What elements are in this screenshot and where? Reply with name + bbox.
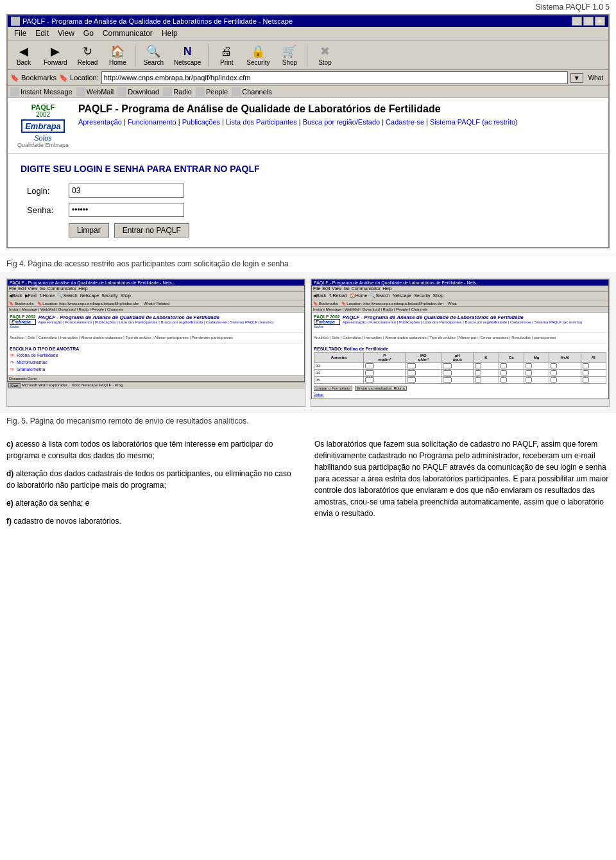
nav-funcionamento[interactable]: Funcionamento bbox=[128, 118, 176, 126]
taskbar-paqlf-left[interactable]: PAQLF - Prog bbox=[99, 383, 123, 388]
stop-button[interactable]: ✖ Stop bbox=[311, 42, 338, 67]
back-button[interactable]: ◀ Back bbox=[10, 42, 37, 67]
security-button[interactable]: 🔒 Security bbox=[243, 42, 273, 67]
cell-04-ph[interactable] bbox=[441, 370, 474, 377]
cell-05-hal[interactable] bbox=[549, 377, 581, 384]
print-button[interactable]: 🖨 Print bbox=[213, 42, 240, 67]
mini-reload-r[interactable]: ↻Reload bbox=[329, 293, 347, 298]
cell-05-k[interactable] bbox=[474, 377, 499, 384]
nav-lista[interactable]: Lista dos Participantes bbox=[226, 118, 297, 126]
mini-reload[interactable]: ↻Home bbox=[39, 293, 55, 298]
mini-netscape2[interactable]: Netscape bbox=[80, 293, 99, 298]
cell-05-al[interactable] bbox=[581, 377, 606, 384]
mini-home-r[interactable]: 🏠Home bbox=[350, 293, 368, 298]
address-input[interactable] bbox=[101, 71, 568, 84]
mini-help[interactable]: Help bbox=[78, 286, 87, 291]
menu-edit[interactable]: Edit bbox=[31, 28, 53, 39]
bookmark-download[interactable]: Download bbox=[117, 87, 159, 96]
home-button[interactable]: 🏠 Home bbox=[104, 42, 131, 67]
cell-03-k[interactable] bbox=[474, 363, 499, 370]
cell-05-ph[interactable] bbox=[441, 377, 474, 384]
cell-04-p[interactable] bbox=[363, 370, 406, 377]
senha-input[interactable] bbox=[69, 203, 184, 217]
mini-communicator-r[interactable]: Communicator bbox=[352, 286, 381, 291]
bookmark-radio[interactable]: Radio bbox=[163, 87, 192, 96]
mini-go-r[interactable]: Go bbox=[343, 286, 349, 291]
cell-03-hal[interactable] bbox=[549, 363, 581, 370]
mini-back-r[interactable]: ◀Back bbox=[313, 293, 327, 298]
cell-03-p[interactable] bbox=[363, 363, 406, 370]
cell-05-mo[interactable] bbox=[406, 377, 441, 384]
go-button[interactable]: ▼ bbox=[570, 73, 583, 83]
entrar-button[interactable]: Entrar no PAQLF bbox=[114, 223, 189, 237]
cell-03-ph[interactable] bbox=[441, 363, 474, 370]
shop-button[interactable]: 🛒 Shop bbox=[276, 42, 303, 67]
mini-file[interactable]: File bbox=[9, 286, 16, 291]
forward-button[interactable]: ▶ Forward bbox=[40, 42, 71, 67]
taskbar-word-left[interactable]: Microsoft Word bbox=[22, 383, 47, 388]
mini-enviar-btn[interactable]: Enviar os resultados: Rotina bbox=[355, 386, 407, 391]
netscape-button[interactable]: N Netscape bbox=[170, 42, 205, 67]
titlebar-controls[interactable]: _ □ ✕ bbox=[572, 17, 605, 26]
mini-go[interactable]: Go bbox=[39, 286, 45, 291]
maximize-button[interactable]: □ bbox=[583, 17, 594, 26]
mini-communicator[interactable]: Communicator bbox=[47, 286, 77, 291]
search-button[interactable]: 🔍 Search bbox=[139, 42, 167, 67]
mini-view[interactable]: View bbox=[28, 286, 37, 291]
cell-04-hal[interactable] bbox=[549, 370, 581, 377]
cell-03-al[interactable] bbox=[581, 363, 606, 370]
cell-04-mo[interactable] bbox=[406, 370, 441, 377]
mini-netscape-r[interactable]: Netscape bbox=[393, 293, 412, 298]
cell-05-mg[interactable] bbox=[524, 377, 549, 384]
cell-03-mo[interactable] bbox=[406, 363, 441, 370]
mini-granulo[interactable]: ⇒ Granulometria bbox=[10, 366, 302, 372]
mini-voltar-link[interactable]: Voltar bbox=[314, 393, 323, 397]
mini-limpar-btn[interactable]: Limpar o Formulário bbox=[314, 386, 352, 391]
login-input[interactable] bbox=[69, 184, 184, 198]
cell-04-k[interactable] bbox=[474, 370, 499, 377]
mini-shop2[interactable]: Shop bbox=[121, 293, 131, 298]
bookmark-channels[interactable]: Channels bbox=[232, 87, 271, 96]
mini-view-r[interactable]: View bbox=[332, 286, 341, 291]
taskbar-xdoc-left[interactable]: Xdoc Netscape bbox=[72, 383, 98, 388]
limpar-button[interactable]: Limpar bbox=[69, 223, 109, 237]
nav-publicacoes[interactable]: Publicações bbox=[182, 118, 220, 126]
reload-button[interactable]: ↻ Reload bbox=[74, 42, 102, 67]
bookmark-webmail[interactable]: WebMail bbox=[76, 87, 114, 96]
cell-04-ca[interactable] bbox=[499, 370, 524, 377]
mini-search2[interactable]: 🔍Search bbox=[57, 293, 77, 298]
cell-03-mg[interactable] bbox=[524, 363, 549, 370]
bookmark-people[interactable]: People bbox=[196, 87, 228, 96]
what-button[interactable]: What bbox=[586, 74, 606, 82]
mini-rotina[interactable]: ⇒ Rotina de Fertilidade bbox=[10, 352, 302, 358]
menu-go[interactable]: Go bbox=[80, 28, 98, 39]
mini-edit[interactable]: Edit bbox=[18, 286, 26, 291]
menu-help[interactable]: Help bbox=[158, 28, 182, 39]
mini-search-r[interactable]: 🔍Search bbox=[370, 293, 389, 298]
nav-sistema[interactable]: Sistema PAQLF (ac restrito) bbox=[430, 118, 518, 126]
taskbar-start-left[interactable]: Start bbox=[8, 383, 21, 388]
mini-back[interactable]: ◀Back bbox=[9, 293, 22, 298]
mini-shop-r[interactable]: Shop bbox=[433, 293, 443, 298]
nav-busca[interactable]: Busca por região/Estado bbox=[303, 118, 380, 126]
cell-03-ca[interactable] bbox=[499, 363, 524, 370]
mini-micro[interactable]: ⇒ Micronutrientes bbox=[10, 359, 302, 365]
cell-04-al[interactable] bbox=[581, 370, 606, 377]
cell-05-p[interactable] bbox=[363, 377, 406, 384]
mini-security2[interactable]: Security bbox=[101, 293, 117, 298]
cell-05-ca[interactable] bbox=[499, 377, 524, 384]
mini-fwd[interactable]: ▶Fwd bbox=[25, 293, 37, 298]
mini-file-r[interactable]: File bbox=[313, 286, 320, 291]
mini-help-r[interactable]: Help bbox=[382, 286, 391, 291]
nav-cadastre[interactable]: Cadastre-se bbox=[386, 118, 424, 126]
mini-security-r[interactable]: Security bbox=[414, 293, 430, 298]
minimize-button[interactable]: _ bbox=[572, 17, 582, 26]
taskbar-explorer-left[interactable]: Explorador... bbox=[49, 383, 71, 388]
nav-apresentacao[interactable]: Apresentação bbox=[78, 118, 122, 126]
menu-communicator[interactable]: Communicator bbox=[99, 28, 157, 39]
cell-04-mg[interactable] bbox=[524, 370, 549, 377]
menu-view[interactable]: View bbox=[54, 28, 78, 39]
mini-edit-r[interactable]: Edit bbox=[322, 286, 330, 291]
menu-file[interactable]: File bbox=[10, 28, 30, 39]
close-button[interactable]: ✕ bbox=[595, 17, 605, 26]
